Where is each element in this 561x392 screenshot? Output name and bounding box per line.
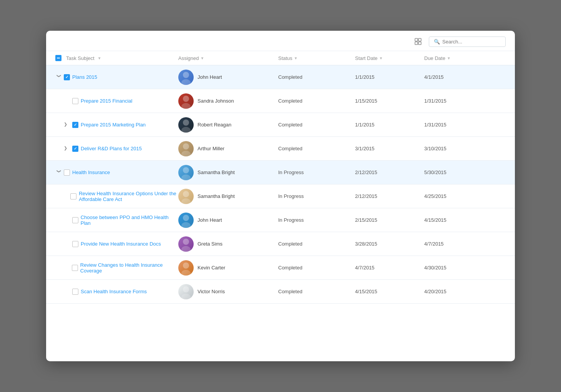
assigned-name: Victor Norris <box>198 289 225 294</box>
svg-point-11 <box>181 151 191 156</box>
assigned-name: Sandra Johnson <box>198 98 234 104</box>
task-checkbox[interactable] <box>72 217 78 223</box>
table-header: Task Subject ▼ Assigned ▼ Status ▼ Start… <box>46 51 515 65</box>
table-row: Prepare 2015 FinancialSandra JohnsonComp… <box>46 89 515 113</box>
start-date-cell: 2/12/2015 <box>355 193 424 199</box>
table-row: ❯Deliver R&D Plans for 2015Arthur Miller… <box>46 137 515 161</box>
svg-point-20 <box>183 262 189 269</box>
col-label-start-date: Start Date <box>355 55 378 61</box>
table-row: Scan Health Insurance FormsVictor Norris… <box>46 280 515 304</box>
task-name[interactable]: Choose between PPO and HMO Health Plan <box>81 214 178 226</box>
assigned-name: John Heart <box>198 74 222 80</box>
status-cell: In Progress <box>278 169 355 175</box>
table-row: Review Changes to Health Insurance Cover… <box>46 256 515 280</box>
assigned-name: Greta Sims <box>198 241 222 247</box>
svg-point-17 <box>181 222 191 228</box>
svg-point-21 <box>181 270 191 276</box>
task-checkbox[interactable] <box>64 169 70 176</box>
status-cell: In Progress <box>278 217 355 223</box>
filter-icon-task[interactable]: ▼ <box>98 56 101 60</box>
collapse-all-icon[interactable] <box>55 55 61 61</box>
search-box[interactable]: 🔍 <box>429 37 506 47</box>
task-name[interactable]: Health Insurance <box>72 169 110 175</box>
avatar <box>178 165 194 180</box>
svg-point-19 <box>181 246 191 252</box>
assigned-cell: Greta Sims <box>178 236 278 252</box>
svg-point-6 <box>183 96 189 102</box>
task-name[interactable]: Provide New Health Insurance Docs <box>81 241 161 247</box>
svg-point-4 <box>183 72 189 78</box>
svg-point-10 <box>183 143 189 149</box>
assigned-name: Robert Reagan <box>198 122 231 128</box>
assigned-cell: John Heart <box>178 70 278 85</box>
filter-icon-start-date[interactable]: ▼ <box>379 56 383 60</box>
due-date-cell: 4/1/2015 <box>424 74 486 80</box>
task-checkbox[interactable] <box>70 193 76 199</box>
svg-point-16 <box>183 215 189 221</box>
svg-rect-3 <box>418 42 421 45</box>
task-checkbox[interactable] <box>72 265 78 271</box>
due-date-cell: 4/30/2015 <box>424 265 486 271</box>
svg-point-8 <box>183 120 189 126</box>
due-date-cell: 4/15/2015 <box>424 217 486 223</box>
avatar <box>178 236 194 252</box>
due-date-cell: 1/31/2015 <box>424 98 486 104</box>
svg-point-15 <box>181 198 191 204</box>
filter-icon-due-date[interactable]: ▼ <box>447 56 451 60</box>
start-date-cell: 4/15/2015 <box>355 289 424 294</box>
avatar <box>178 117 194 133</box>
expand-icon[interactable]: ❯ <box>64 146 70 152</box>
svg-point-23 <box>181 294 191 299</box>
svg-point-7 <box>181 103 191 109</box>
svg-point-18 <box>183 239 189 245</box>
col-header-start-date: Start Date ▼ <box>355 55 424 61</box>
svg-rect-0 <box>415 38 418 41</box>
start-date-cell: 3/1/2015 <box>355 146 424 151</box>
col-label-status: Status <box>278 55 292 61</box>
table-body: ❯Plans 2015John HeartCompleted1/1/20154/… <box>46 65 515 304</box>
task-checkbox[interactable] <box>72 98 78 104</box>
assigned-cell: Sandra Johnson <box>178 93 278 109</box>
col-header-task: Task Subject ▼ <box>55 55 178 61</box>
task-checkbox[interactable] <box>72 289 78 295</box>
filter-icon-status[interactable]: ▼ <box>294 56 298 60</box>
task-name[interactable]: Plans 2015 <box>72 74 97 80</box>
status-cell: Completed <box>278 265 355 271</box>
col-header-due-date: Due Date ▼ <box>424 55 486 61</box>
collapse-icon[interactable]: ❯ <box>55 169 61 176</box>
due-date-cell: 1/31/2015 <box>424 122 486 128</box>
task-name[interactable]: Prepare 2015 Financial <box>81 98 132 104</box>
svg-point-9 <box>181 127 191 133</box>
task-name[interactable]: Review Health Insurance Options Under th… <box>79 191 178 202</box>
start-date-cell: 4/7/2015 <box>355 265 424 271</box>
task-name[interactable]: Prepare 2015 Marketing Plan <box>81 122 146 128</box>
due-date-cell: 3/10/2015 <box>424 146 486 151</box>
task-checkbox[interactable] <box>72 122 78 128</box>
task-checkbox[interactable] <box>72 241 78 247</box>
task-name[interactable]: Review Changes to Health Insurance Cover… <box>80 262 178 274</box>
grid-view-icon[interactable] <box>413 36 423 47</box>
task-checkbox[interactable] <box>72 146 78 152</box>
collapse-icon[interactable]: ❯ <box>55 74 61 80</box>
avatar <box>178 70 194 85</box>
start-date-cell: 2/12/2015 <box>355 169 424 175</box>
svg-point-14 <box>183 191 189 197</box>
svg-point-22 <box>183 286 189 292</box>
status-cell: Completed <box>278 146 355 151</box>
search-input[interactable] <box>442 39 501 45</box>
filter-icon-assigned[interactable]: ▼ <box>200 56 204 60</box>
task-cell: ❯Plans 2015 <box>55 70 178 85</box>
assigned-name: Arthur Miller <box>198 146 224 151</box>
task-cell: ❯Prepare 2015 Marketing Plan <box>55 117 178 133</box>
task-cell: Review Health Insurance Options Under th… <box>55 186 178 207</box>
col-label-due-date: Due Date <box>424 55 445 61</box>
svg-point-5 <box>181 79 191 85</box>
task-checkbox[interactable] <box>64 74 70 80</box>
task-name[interactable]: Deliver R&D Plans for 2015 <box>81 146 142 151</box>
status-cell: Completed <box>278 74 355 80</box>
assigned-cell: Samantha Bright <box>178 165 278 180</box>
expand-icon[interactable]: ❯ <box>64 122 70 128</box>
table-row: Provide New Health Insurance DocsGreta S… <box>46 232 515 256</box>
status-cell: In Progress <box>278 193 355 199</box>
task-name[interactable]: Scan Health Insurance Forms <box>81 289 147 294</box>
